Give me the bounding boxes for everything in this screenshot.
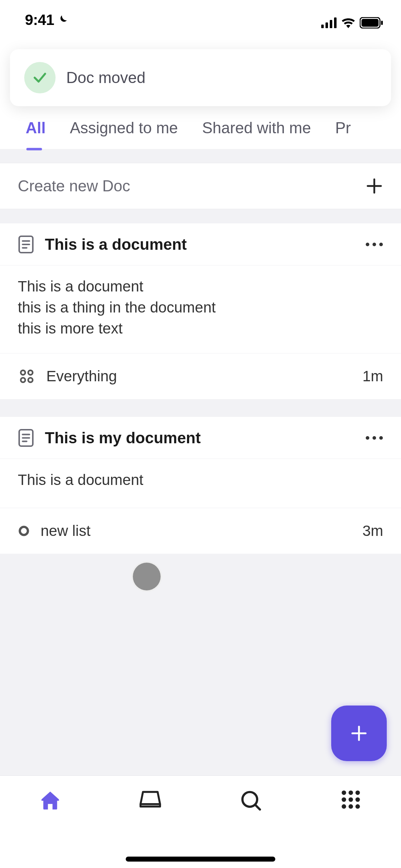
- document-icon: [18, 235, 34, 254]
- doc-location: Everything: [46, 368, 117, 385]
- svg-point-24: [366, 436, 369, 440]
- doc-preview-line: This is a document: [18, 470, 383, 491]
- doc-header: This is my document: [0, 417, 401, 459]
- doc-list-item[interactable]: This is a document This is a document th…: [0, 223, 401, 399]
- svg-point-36: [349, 797, 353, 802]
- svg-point-32: [342, 790, 347, 795]
- nav-inbox[interactable]: [118, 789, 182, 809]
- home-icon: [39, 789, 61, 811]
- doc-title: This is a document: [45, 236, 187, 253]
- plus-icon: [365, 177, 383, 195]
- filter-tabs: All Assigned to me Shared with me Pr: [0, 112, 401, 149]
- svg-point-27: [20, 527, 28, 535]
- touch-indicator: [131, 561, 162, 592]
- svg-rect-3: [334, 17, 337, 28]
- tab-assigned-to-me[interactable]: Assigned to me: [70, 119, 178, 142]
- doc-preview-line: This is a document: [18, 276, 383, 297]
- status-time: 9:41: [25, 11, 68, 29]
- doc-title: This is my document: [45, 429, 201, 447]
- doc-location-wrap[interactable]: Everything: [18, 367, 117, 385]
- status-bar: 9:41: [0, 0, 401, 34]
- grid-menu-icon: [340, 789, 361, 810]
- nav-home[interactable]: [18, 789, 82, 811]
- nav-search[interactable]: [219, 789, 283, 811]
- home-indicator[interactable]: [126, 857, 275, 862]
- svg-point-37: [355, 797, 360, 802]
- doc-header: This is a document: [0, 223, 401, 265]
- battery-icon: [360, 17, 383, 29]
- status-time-text: 9:41: [25, 11, 54, 29]
- status-icons: [321, 17, 383, 29]
- plus-icon: [349, 723, 369, 743]
- doc-header-left: This is my document: [18, 428, 201, 448]
- svg-rect-1: [326, 22, 328, 28]
- doc-time: 1m: [363, 368, 383, 385]
- tab-shared-with-me[interactable]: Shared with me: [202, 119, 311, 142]
- wifi-icon: [341, 17, 355, 28]
- svg-point-38: [342, 804, 347, 809]
- svg-point-35: [342, 797, 347, 802]
- doc-location: new list: [41, 522, 90, 539]
- svg-rect-2: [330, 20, 332, 28]
- svg-point-15: [379, 243, 383, 246]
- search-icon: [240, 789, 262, 811]
- svg-point-13: [366, 243, 369, 246]
- svg-point-25: [373, 436, 376, 440]
- svg-point-33: [349, 790, 353, 795]
- document-icon: [18, 428, 34, 448]
- doc-footer: new list 3m: [0, 508, 401, 554]
- doc-list-item[interactable]: This is my document This is a document n…: [0, 417, 401, 554]
- svg-point-14: [373, 243, 376, 246]
- doc-header-left: This is a document: [18, 235, 187, 254]
- toast-message: Doc moved: [66, 69, 146, 87]
- svg-point-34: [355, 790, 360, 795]
- svg-point-40: [355, 804, 360, 809]
- tab-all[interactable]: All: [26, 119, 46, 142]
- nav-more[interactable]: [319, 789, 383, 810]
- doc-preview: This is a document: [0, 459, 401, 508]
- doc-location-wrap[interactable]: new list: [18, 522, 90, 539]
- create-new-doc-row[interactable]: Create new Doc: [0, 163, 401, 209]
- svg-rect-5: [361, 19, 379, 27]
- svg-rect-0: [321, 25, 324, 28]
- svg-point-17: [28, 371, 33, 375]
- toast-notification[interactable]: Doc moved: [10, 49, 391, 106]
- svg-point-39: [349, 804, 353, 809]
- svg-line-31: [255, 805, 260, 810]
- doc-footer: Everything 1m: [0, 353, 401, 399]
- grid-dots-icon: [18, 367, 36, 385]
- svg-point-16: [21, 371, 25, 375]
- doc-time: 3m: [363, 522, 383, 539]
- svg-point-26: [379, 436, 383, 440]
- doc-preview: This is a document this is a thing in th…: [0, 265, 401, 353]
- more-icon[interactable]: [365, 242, 383, 247]
- tab-private[interactable]: Pr: [335, 119, 351, 142]
- doc-preview-line: this is a thing in the document: [18, 297, 383, 318]
- check-icon: [32, 70, 48, 86]
- create-fab[interactable]: [331, 706, 387, 761]
- svg-rect-6: [381, 21, 383, 25]
- more-icon[interactable]: [365, 436, 383, 440]
- bottom-nav: [0, 775, 401, 868]
- svg-point-19: [28, 378, 33, 383]
- svg-point-18: [21, 378, 25, 383]
- moon-icon: [56, 14, 68, 26]
- cellular-icon: [321, 17, 337, 28]
- circle-outline-icon: [18, 525, 30, 537]
- success-check-badge: [24, 62, 56, 93]
- create-new-doc-label: Create new Doc: [18, 177, 130, 195]
- doc-preview-line: this is more text: [18, 318, 383, 339]
- inbox-icon: [139, 789, 162, 809]
